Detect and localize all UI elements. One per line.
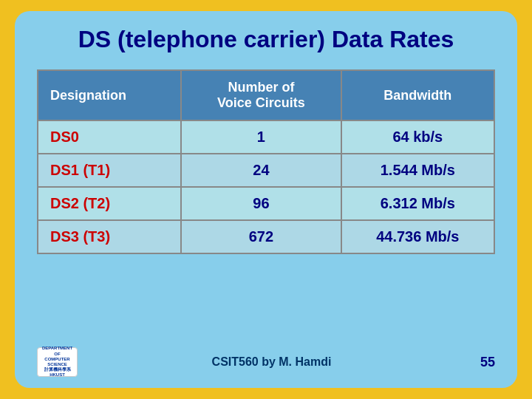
cell-circuits: 24 (181, 154, 341, 187)
cell-bandwidth: 6.312 Mb/s (341, 187, 494, 220)
cell-designation: DS2 (T2) (38, 187, 181, 220)
slide: DS (telephone carrier) Data Rates Design… (15, 11, 517, 388)
table-body: DS0164 kb/sDS1 (T1)241.544 Mb/sDS2 (T2)9… (38, 120, 494, 253)
data-table: Designation Number ofVoice Circuits Band… (37, 69, 495, 254)
hkust-logo: DEPARTMENT OF COMPUTER SCIENCE 計算機科學系 HK… (37, 347, 78, 377)
slide-title: DS (telephone carrier) Data Rates (37, 26, 495, 53)
cell-bandwidth: 44.736 Mb/s (341, 220, 494, 253)
footer-page: 55 (466, 355, 495, 370)
footer-credit: CSIT560 by M. Hamdi (78, 355, 466, 369)
logo-area: DEPARTMENT OF COMPUTER SCIENCE 計算機科學系 HK… (37, 347, 78, 377)
data-table-wrapper: Designation Number ofVoice Circuits Band… (37, 69, 495, 335)
logo-line4: HKUST (50, 372, 65, 378)
cell-circuits: 1 (181, 120, 341, 154)
logo-line1: DEPARTMENT OF (39, 346, 75, 356)
cell-designation: DS0 (38, 120, 181, 154)
cell-circuits: 672 (181, 220, 341, 253)
cell-designation: DS3 (T3) (38, 220, 181, 253)
table-row: DS0164 kb/s (38, 120, 494, 154)
cell-bandwidth: 1.544 Mb/s (341, 154, 494, 187)
logo-line3: 計算機科學系 (44, 367, 71, 372)
footer: DEPARTMENT OF COMPUTER SCIENCE 計算機科學系 HK… (37, 344, 495, 377)
cell-designation: DS1 (T1) (38, 154, 181, 187)
logo-line2: COMPUTER SCIENCE (39, 357, 75, 367)
col-header-bandwidth: Bandwidth (341, 70, 494, 120)
table-row: DS3 (T3)67244.736 Mb/s (38, 220, 494, 253)
cell-circuits: 96 (181, 187, 341, 220)
table-header-row: Designation Number ofVoice Circuits Band… (38, 70, 494, 120)
table-row: DS1 (T1)241.544 Mb/s (38, 154, 494, 187)
col-header-circuits: Number ofVoice Circuits (181, 70, 341, 120)
table-row: DS2 (T2)966.312 Mb/s (38, 187, 494, 220)
cell-bandwidth: 64 kb/s (341, 120, 494, 154)
col-header-designation: Designation (38, 70, 181, 120)
